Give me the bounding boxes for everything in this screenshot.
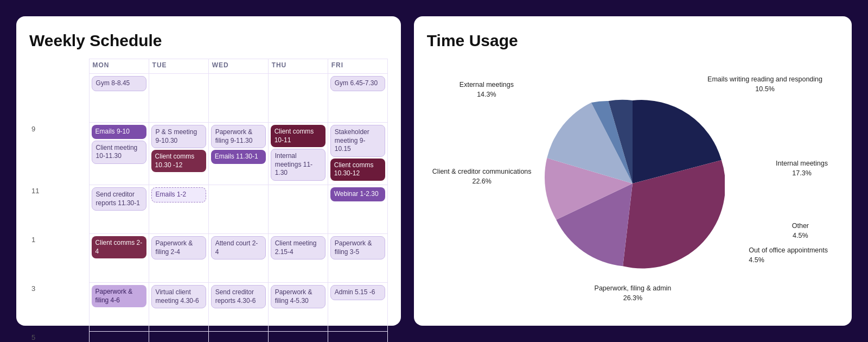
thu-row3: Client meeting 2.15-4 <box>268 233 328 282</box>
table-row: 11 Send creditor reports 11.30-1 Emails … <box>29 185 387 233</box>
weekly-schedule-panel: Weekly Schedule MON TUE WED THU FRI Gym … <box>16 16 401 326</box>
tue-row2: Emails 1-2 <box>149 185 208 233</box>
event: Paperwork & filing 4-6 <box>92 285 146 307</box>
event: P & S meeting 9-10.30 <box>151 125 206 148</box>
thu-row5 <box>268 331 328 342</box>
table-row: 5 <box>29 331 387 342</box>
event: Paperwork & filing 3-5 <box>330 236 385 259</box>
wed-row3: Attend court 2-4 <box>208 233 268 282</box>
label-client-comms: Client & creditor communications 22.6% <box>432 167 532 186</box>
fri-row2: Webinar 1-2.30 <box>328 185 387 233</box>
fri-row0: Gym 6.45-7.30 <box>328 74 387 123</box>
event: Client comms 10.30-12 <box>330 159 385 181</box>
event: Client meeting 2.15-4 <box>271 236 326 259</box>
thu-row1: Client comms 10-11 Internal meetings 11-… <box>268 123 328 185</box>
event: Emails 1-2 <box>151 187 206 202</box>
time-usage-title: Time Usage <box>427 31 839 50</box>
label-out-of-office: Out of office appointments 4.5% <box>749 246 828 265</box>
tue-row5 <box>149 331 208 342</box>
fri-row5 <box>328 331 387 342</box>
tue-row0 <box>149 74 208 123</box>
event: Gym 8-8.45 <box>92 76 146 91</box>
label-internal-meetings: Internal meetings 17.3% <box>776 159 828 178</box>
label-other: Other 4.5% <box>792 221 809 240</box>
thu-row2 <box>268 185 328 233</box>
mon-row3: Client comms 2-4 <box>89 233 149 282</box>
event: Send creditor reports 11.30-1 <box>92 187 146 211</box>
event: Client meeting 10-11.30 <box>92 141 146 164</box>
label-emails: Emails writing reading and responding 10… <box>707 75 822 94</box>
pie-chart <box>540 91 725 276</box>
wed-row5 <box>208 331 268 342</box>
mon-row0: Gym 8-8.45 <box>89 74 149 123</box>
fri-row4: Admin 5.15 -6 <box>328 282 387 331</box>
tue-row3: Paperwork & filing 2-4 <box>149 233 208 282</box>
pie-chart-container: External meetings 14.3% Emails writing r… <box>427 59 839 308</box>
schedule-table: MON TUE WED THU FRI Gym 8-8.45 Gym 6.45-… <box>29 59 388 342</box>
tue-row4: Virtual client meeting 4.30-6 <box>149 282 208 331</box>
mon-row5 <box>89 331 149 342</box>
event: Emails 9-10 <box>92 125 146 139</box>
table-row: 9 Emails 9-10 Client meeting 10-11.30 P … <box>29 123 387 185</box>
event: Paperwork & filing 2-4 <box>151 236 206 259</box>
wed-row2 <box>208 185 268 233</box>
day-wed: WED <box>208 59 268 74</box>
event: Client comms 10-11 <box>271 125 326 147</box>
event: Stakeholder meeting 9-10.15 <box>330 125 385 157</box>
event: Gym 6.45-7.30 <box>330 76 385 91</box>
wed-row1: Paperwork & filing 9-11.30 Emails 11.30-… <box>208 123 268 185</box>
day-tue: TUE <box>149 59 208 74</box>
wed-row4: Send creditor reports 4.30-6 <box>208 282 268 331</box>
event: Client comms 2-4 <box>92 236 146 258</box>
table-row: 1 Client comms 2-4 Paperwork & filing 2-… <box>29 233 387 282</box>
event: Attend court 2-4 <box>211 236 266 259</box>
fri-row1: Stakeholder meeting 9-10.15 Client comms… <box>328 123 387 185</box>
time-usage-panel: Time Usage External meetings 14.3% Email… <box>414 16 852 326</box>
table-row: Gym 8-8.45 Gym 6.45-7.30 <box>29 74 387 123</box>
label-external-meetings: External meetings 14.3% <box>459 80 514 99</box>
mon-row4: Paperwork & filing 4-6 <box>89 282 149 331</box>
mon-row1: Emails 9-10 Client meeting 10-11.30 <box>89 123 149 185</box>
event: Virtual client meeting 4.30-6 <box>151 285 206 308</box>
event: Internal meetings 11-1.30 <box>271 149 326 181</box>
event: Paperwork & filing 4-5.30 <box>271 285 326 308</box>
event: Admin 5.15 -6 <box>330 285 385 300</box>
event: Send creditor reports 4.30-6 <box>211 285 266 308</box>
weekly-schedule-title: Weekly Schedule <box>29 31 388 50</box>
day-thu: THU <box>268 59 328 74</box>
event: Emails 11.30-1 <box>211 150 266 164</box>
thu-row0 <box>268 74 328 123</box>
tue-row1: P & S meeting 9-10.30 Client comms 10.30… <box>149 123 208 185</box>
thu-row4: Paperwork & filing 4-5.30 <box>268 282 328 331</box>
label-paperwork: Paperwork, filing & admin 26.3% <box>595 284 672 303</box>
event: Paperwork & filing 9-11.30 <box>211 125 266 148</box>
fri-row3: Paperwork & filing 3-5 <box>328 233 387 282</box>
event: Client comms 10.30 -12 <box>151 150 206 172</box>
day-mon: MON <box>89 59 149 74</box>
event: Webinar 1-2.30 <box>330 187 385 201</box>
table-row: 3 Paperwork & filing 4-6 Virtual client … <box>29 282 387 331</box>
mon-row2: Send creditor reports 11.30-1 <box>89 185 149 233</box>
wed-row0 <box>208 74 268 123</box>
day-fri: FRI <box>328 59 387 74</box>
